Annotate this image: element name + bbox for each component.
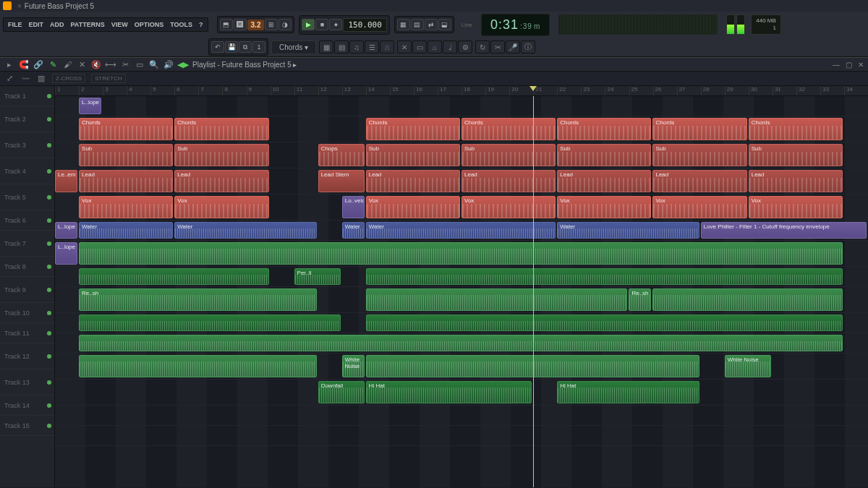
clip[interactable]: Sub bbox=[366, 144, 460, 166]
clip[interactable]: Downfall bbox=[318, 381, 365, 403]
clip[interactable]: Chords bbox=[174, 118, 268, 140]
bar-marker[interactable]: 34 bbox=[844, 86, 868, 95]
track-row[interactable]: White NoiseWhite Noise bbox=[55, 354, 868, 380]
view-piano-roll-icon[interactable]: ▤ bbox=[411, 19, 424, 30]
bar-marker[interactable]: 21 bbox=[533, 86, 557, 95]
track-header[interactable]: Track 15 bbox=[0, 416, 54, 436]
clip[interactable]: Vox bbox=[749, 196, 843, 218]
track-header[interactable]: Track 2 bbox=[0, 106, 54, 132]
stretch-toggle[interactable]: STRETCH bbox=[91, 74, 126, 83]
clip[interactable] bbox=[366, 355, 699, 377]
clip[interactable]: Chops bbox=[318, 144, 365, 166]
close-window-icon[interactable]: ✕ bbox=[858, 61, 864, 69]
bar-marker[interactable]: 23 bbox=[581, 86, 605, 95]
track-row[interactable]: SubSubChopsSubSubSubSubSub bbox=[55, 142, 868, 168]
clip[interactable] bbox=[366, 314, 843, 331]
track-header[interactable]: Track 14 bbox=[0, 395, 54, 416]
bar-marker[interactable]: 13 bbox=[342, 86, 366, 95]
clip[interactable] bbox=[79, 268, 268, 285]
track-header[interactable]: Track 9 bbox=[0, 277, 54, 303]
track-row[interactable] bbox=[55, 426, 868, 446]
clip[interactable]: L..lope bbox=[55, 242, 77, 265]
shortcut-channelrack-icon[interactable]: ☰ bbox=[365, 40, 379, 53]
bar-marker[interactable]: 8 bbox=[222, 86, 246, 95]
bar-marker[interactable]: 29 bbox=[725, 86, 749, 95]
clip[interactable]: Chords bbox=[652, 118, 746, 140]
clip[interactable]: Vox bbox=[366, 196, 460, 218]
menu-edit[interactable]: EDIT bbox=[26, 20, 47, 30]
automation-clip-icon[interactable]: 〰 bbox=[20, 74, 30, 84]
clip[interactable]: Sub bbox=[174, 144, 268, 166]
clip[interactable]: Water bbox=[174, 222, 316, 239]
bar-marker[interactable]: 12 bbox=[318, 86, 342, 95]
bar-marker[interactable]: 4 bbox=[127, 86, 150, 95]
bar-marker[interactable]: 2 bbox=[79, 86, 103, 95]
metronome-icon[interactable]: 🅼 bbox=[234, 19, 247, 30]
bar-marker[interactable]: 11 bbox=[294, 86, 318, 95]
playhead[interactable] bbox=[533, 96, 534, 487]
save-icon[interactable]: 💾 bbox=[225, 41, 238, 53]
bar-marker[interactable]: 27 bbox=[677, 86, 701, 95]
maximize-icon[interactable]: ▢ bbox=[846, 61, 852, 69]
bar-marker[interactable]: 30 bbox=[749, 86, 773, 95]
menu-add[interactable]: ADD bbox=[47, 20, 67, 30]
bar-marker[interactable]: 28 bbox=[701, 86, 725, 95]
bar-marker[interactable]: 7 bbox=[198, 86, 222, 95]
bar-marker[interactable]: 18 bbox=[461, 86, 485, 95]
stop-button[interactable]: ■ bbox=[315, 19, 328, 30]
minimize-icon[interactable]: — bbox=[833, 61, 840, 69]
undo-icon[interactable]: ↶ bbox=[211, 41, 224, 53]
bar-marker[interactable]: 5 bbox=[150, 86, 174, 95]
menu-view[interactable]: VIEW bbox=[109, 20, 131, 30]
clip[interactable]: Re..sh bbox=[629, 288, 651, 311]
link-icon[interactable]: 🔗 bbox=[33, 59, 43, 69]
clip[interactable]: Lead bbox=[79, 170, 173, 192]
mute-tool-icon[interactable]: 🔇 bbox=[91, 59, 101, 69]
track-row[interactable]: Le..emLeadLeadLead StemLeadLeadLeadLeadL… bbox=[55, 168, 868, 194]
clip[interactable]: Vox bbox=[79, 196, 173, 218]
clip[interactable]: Hi Hat bbox=[557, 381, 699, 403]
track-header[interactable]: Track 7 bbox=[0, 231, 54, 257]
count-in-icon[interactable]: ⊞ bbox=[265, 19, 278, 30]
track-row[interactable]: Re..shRe..sh bbox=[55, 287, 868, 313]
draw-tool-icon[interactable]: ✎ bbox=[48, 59, 58, 69]
track-row[interactable] bbox=[55, 313, 868, 333]
shortcut-mixer-icon[interactable]: ⎍ bbox=[380, 40, 394, 53]
clip[interactable]: Vox bbox=[652, 196, 746, 218]
track-header[interactable]: Track 8 bbox=[0, 257, 54, 277]
tool-script-icon[interactable]: ⚙ bbox=[458, 40, 472, 53]
clip[interactable]: Vox bbox=[557, 196, 651, 218]
track-row[interactable]: L..lope bbox=[55, 96, 868, 116]
clip[interactable]: Vox bbox=[461, 196, 556, 218]
track-header[interactable]: Track 5 bbox=[0, 184, 54, 210]
track-header[interactable]: Track 10 bbox=[0, 303, 54, 323]
track-row[interactable]: VoxVoxLo..velopeVoxVoxVoxVoxVox bbox=[55, 194, 868, 221]
tool-mic-icon[interactable]: 🎤 bbox=[506, 40, 520, 53]
overdub-icon[interactable]: ◑ bbox=[278, 19, 292, 30]
play-button[interactable]: ▶ bbox=[302, 19, 315, 30]
clip[interactable]: Chords bbox=[749, 118, 843, 140]
clip[interactable] bbox=[79, 335, 843, 351]
playback-tool-icon[interactable]: 🔊 bbox=[163, 59, 174, 69]
tool-cut-icon[interactable]: ✂ bbox=[490, 40, 505, 53]
bar-marker[interactable]: 24 bbox=[605, 86, 629, 95]
bar-marker[interactable]: 19 bbox=[485, 86, 509, 95]
clip[interactable]: Chords bbox=[366, 118, 460, 140]
clip[interactable]: Sub bbox=[461, 144, 556, 166]
shortcut-playlist-icon[interactable]: ▦ bbox=[319, 40, 333, 53]
clip[interactable]: Chords bbox=[79, 118, 173, 140]
expand-icon[interactable]: ⤢ bbox=[4, 74, 14, 84]
pattern-clip-icon[interactable]: ▥ bbox=[36, 74, 46, 84]
clip[interactable]: Chords bbox=[557, 118, 651, 140]
select-tool-icon[interactable]: ▭ bbox=[135, 59, 145, 69]
bar-marker[interactable]: 10 bbox=[271, 86, 294, 95]
menu-file[interactable]: FILE bbox=[5, 20, 25, 30]
tool-arrange-icon[interactable]: ▭ bbox=[412, 40, 427, 53]
bar-marker[interactable]: 1 bbox=[55, 86, 79, 95]
paint-tool-icon[interactable]: 🖌 bbox=[62, 59, 72, 69]
bar-marker[interactable]: 33 bbox=[820, 86, 844, 95]
clip[interactable]: Per..ll bbox=[294, 268, 341, 285]
track-row[interactable]: ChordsChordsChordsChordsChordsChordsChor… bbox=[55, 116, 868, 142]
track-row[interactable]: L..lope bbox=[55, 241, 868, 267]
clip[interactable]: Sub bbox=[557, 144, 651, 166]
